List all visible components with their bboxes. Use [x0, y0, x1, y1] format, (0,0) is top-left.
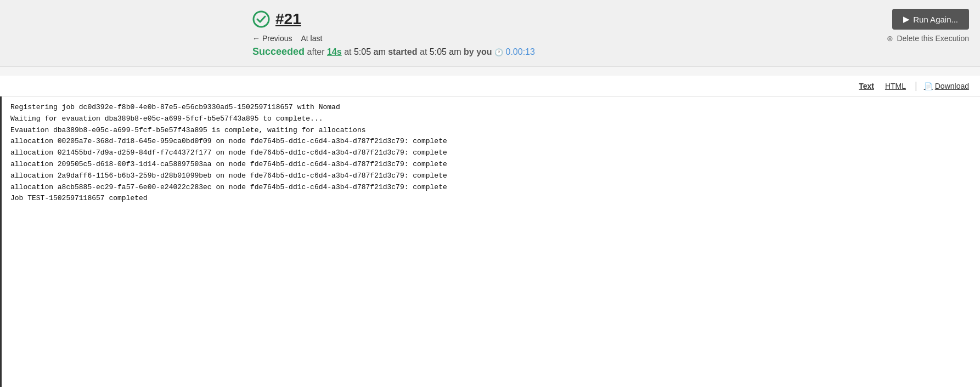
log-section: Text HTML | Download Registering job dc0…: [0, 76, 980, 387]
run-again-label: Run Again...: [913, 15, 958, 24]
delete-execution-link[interactable]: Delete this Execution: [887, 34, 969, 43]
clock-icon: [494, 47, 503, 56]
nav-left: Previous At last: [252, 34, 322, 43]
status-started: started at: [388, 47, 430, 56]
run-again-button[interactable]: Run Again...: [892, 9, 969, 30]
download-label: Download: [935, 82, 969, 90]
download-button[interactable]: Download: [924, 82, 969, 90]
nav-row: Previous At last Delete this Execution: [252, 34, 969, 43]
status-time2: 5:05 am: [430, 47, 461, 56]
header-top-row: #21 Run Again...: [252, 9, 969, 30]
status-by: by you: [464, 47, 494, 56]
delete-label: Delete this Execution: [897, 34, 969, 43]
page-wrapper: #21 Run Again... Previous At last Delete…: [0, 0, 980, 387]
html-format-button[interactable]: HTML: [883, 81, 908, 92]
at-last-label: At last: [301, 34, 322, 43]
status-duration-short-link[interactable]: 14s: [327, 47, 342, 56]
previous-label: Previous: [262, 34, 292, 43]
arrow-left-icon: [252, 34, 260, 43]
play-icon: [903, 14, 910, 24]
header-section: #21 Run Again... Previous At last Delete…: [0, 0, 980, 67]
x-circle-icon: [887, 34, 893, 43]
toolbar-separator: |: [915, 80, 917, 92]
svg-point-0: [254, 12, 269, 27]
execution-number: #21: [275, 10, 301, 28]
previous-link[interactable]: Previous: [252, 34, 292, 43]
success-check-icon: [252, 10, 270, 28]
status-at: at: [344, 47, 354, 56]
status-time1: 5:05 am: [354, 47, 386, 56]
log-toolbar: Text HTML | Download: [0, 76, 980, 96]
status-succeeded: Succeeded: [252, 46, 305, 57]
doc-icon: [924, 82, 933, 90]
status-row: Succeeded after 14s at 5:05 am started a…: [252, 46, 969, 58]
log-content: Registering job dc0d392e-f8b0-4e0b-87e5-…: [0, 96, 980, 387]
status-after: after: [307, 47, 327, 56]
text-format-button[interactable]: Text: [857, 81, 876, 92]
status-duration-long: 0.00:13: [506, 47, 535, 56]
title-area: #21: [252, 10, 301, 28]
